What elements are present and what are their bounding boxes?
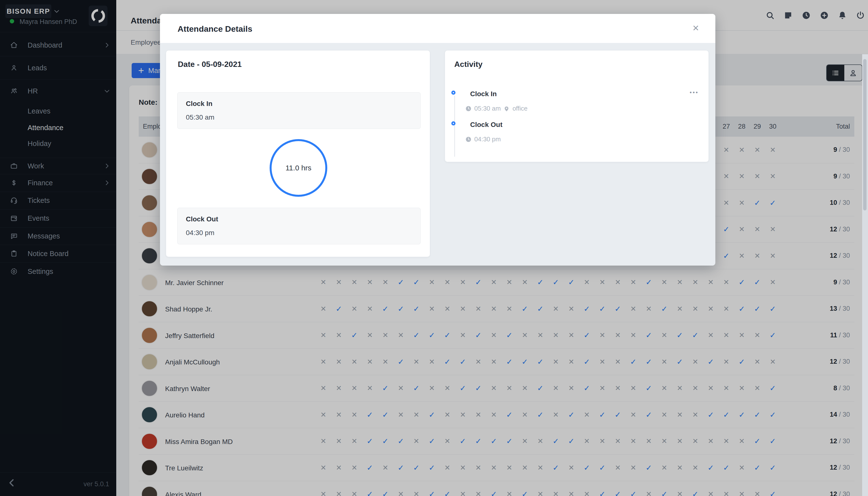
clock-in-box: Clock In 05:30 am	[177, 92, 421, 129]
timeline-dot	[451, 121, 456, 125]
activity-card: Activity ••• Clock In05:30 amofficeClock…	[445, 50, 709, 162]
clock-out-time: 04:30 pm	[186, 229, 412, 237]
pin-icon	[503, 105, 510, 112]
duration-value: 11.0 hrs	[286, 164, 311, 172]
app-root: BISON ERP Mayra Hansen PhD DashboardLead…	[0, 0, 868, 496]
activity-location: office	[513, 105, 528, 112]
activity-meta: 04:30 pm	[465, 136, 501, 143]
timeline-dot	[451, 91, 456, 95]
clock-small-icon	[465, 136, 472, 143]
date-summary-card: Date - 05-09-2021 Clock In 05:30 am 11.0…	[166, 50, 430, 257]
more-options-icon[interactable]: •••	[690, 89, 699, 96]
duration-circle: 11.0 hrs	[270, 139, 327, 197]
clock-out-label: Clock Out	[186, 215, 412, 223]
scrollbar[interactable]	[862, 54, 868, 496]
close-icon[interactable]: ✕	[689, 23, 703, 33]
activity-title: Clock In	[470, 90, 497, 98]
clock-out-box: Clock Out 04:30 pm	[177, 208, 421, 244]
activity-time: 04:30 pm	[474, 136, 501, 143]
clock-small-icon	[465, 105, 472, 112]
clock-in-time: 05:30 am	[186, 113, 412, 121]
clock-in-label: Clock In	[186, 100, 412, 108]
activity-heading: Activity	[454, 60, 483, 69]
activity-time: 05:30 am	[474, 105, 501, 112]
scrollbar-thumb[interactable]	[863, 59, 867, 211]
activity-title: Clock Out	[470, 121, 502, 129]
timeline-line	[454, 96, 455, 157]
attendance-details-modal: Attendance Details ✕ Date - 05-09-2021 C…	[160, 14, 715, 266]
modal-title: Attendance Details	[178, 24, 252, 34]
date-heading: Date - 05-09-2021	[178, 60, 242, 69]
activity-meta: 05:30 amoffice	[465, 105, 528, 112]
modal-header: Attendance Details ✕	[160, 14, 715, 43]
